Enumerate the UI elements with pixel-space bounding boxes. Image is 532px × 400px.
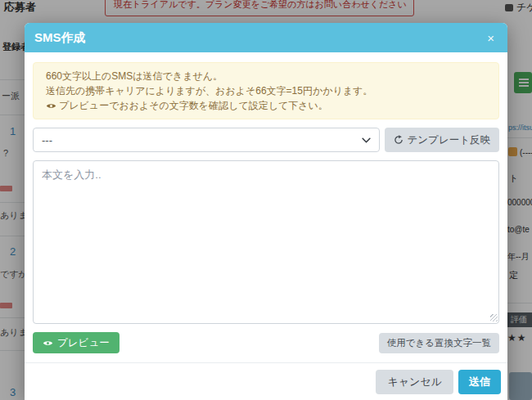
alert-line-2: 送信先の携帯キャリアによりますが、おおよそ66文字=15円かかります。 (46, 83, 486, 98)
alert-line-3: プレビューでおおよその文字数を確認して設定して下さい。 (46, 98, 486, 113)
template-select-value: --- (42, 134, 52, 146)
cancel-button[interactable]: キャンセル (376, 370, 453, 394)
eye-icon (46, 102, 56, 110)
chevron-down-icon (362, 137, 371, 143)
modal-footer: キャンセル 送信 (25, 362, 507, 400)
modal-title: SMS作成 (34, 30, 86, 46)
preview-button[interactable]: プレビュー (33, 332, 119, 353)
sms-info-alert: 660文字以上のSMSは送信できません。 送信先の携帯キャリアによりますが、おお… (33, 62, 499, 119)
send-button[interactable]: 送信 (458, 370, 501, 394)
preview-label: プレビュー (57, 336, 110, 350)
alert-line-1: 660文字以上のSMSは送信できません。 (46, 69, 486, 83)
sms-compose-modal: SMS作成 × 660文字以上のSMSは送信できません。 送信先の携帯キャリアに… (25, 23, 507, 400)
template-row: --- テンプレート反映 (33, 128, 499, 152)
textarea-resize-handle[interactable] (490, 314, 498, 321)
sms-body-wrap (33, 160, 499, 324)
actions-row: プレビュー 使用できる置換文字一覧 (33, 332, 499, 353)
template-apply-button[interactable]: テンプレート反映 (385, 128, 499, 152)
replacement-chars-button[interactable]: 使用できる置換文字一覧 (379, 333, 499, 353)
modal-body: 660文字以上のSMSは送信できません。 送信先の携帯キャリアによりますが、おお… (25, 52, 507, 362)
alert-line-3-text: プレビューでおおよその文字数を確認して設定して下さい。 (59, 98, 328, 113)
close-icon[interactable]: × (485, 30, 496, 46)
sms-body-textarea[interactable] (33, 160, 499, 324)
eye-icon (43, 339, 53, 347)
template-apply-label: テンプレート反映 (408, 133, 490, 147)
modal-header: SMS作成 × (25, 23, 507, 52)
refresh-icon (394, 135, 404, 145)
template-select[interactable]: --- (33, 128, 380, 152)
